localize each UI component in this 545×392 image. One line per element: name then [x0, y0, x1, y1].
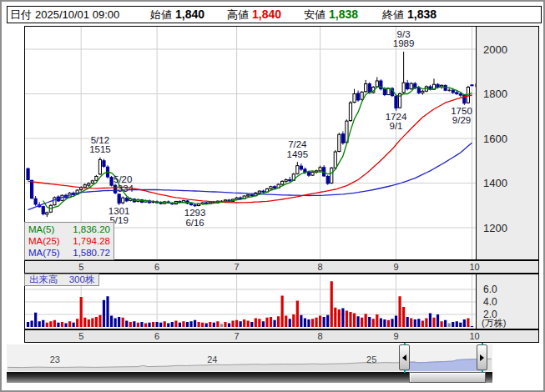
- volume-bar: [224, 322, 226, 327]
- volume-bar: [106, 296, 108, 327]
- ma25-legend-row: MA(25) 1,794.28: [25, 235, 114, 247]
- volume-bar: [216, 321, 219, 327]
- month-label: 7: [235, 262, 240, 272]
- volume-bar: [376, 314, 378, 327]
- volume-bar: [247, 321, 250, 328]
- ma75-legend-row: MA(75) 1,580.72: [25, 247, 114, 259]
- volume-bar: [61, 322, 63, 327]
- volume-bar: [334, 308, 336, 327]
- right-arrow-icon: [480, 354, 484, 361]
- volume-bar: [95, 317, 98, 327]
- volume-bar: [201, 323, 204, 327]
- volume-bar: [440, 321, 442, 327]
- volume-bar: [42, 320, 44, 327]
- volume-bar: [167, 324, 169, 328]
- volume-bar: [73, 323, 75, 327]
- volume-bar: [402, 307, 405, 327]
- year-label: 23: [50, 354, 60, 364]
- volume-bar: [114, 319, 117, 328]
- volume-bar: [448, 324, 451, 328]
- volume-bar: [118, 317, 120, 327]
- volume-bar: [365, 314, 367, 327]
- year-label: 24: [207, 354, 217, 364]
- scrollbar-thumb[interactable]: [409, 372, 487, 383]
- navigator-left-handle[interactable]: [399, 344, 410, 370]
- volume-bar: [356, 316, 359, 327]
- annotation-text: 1724: [386, 112, 407, 122]
- volume-bar: [456, 321, 458, 327]
- volume-bar: [262, 321, 265, 327]
- open-label: 始値: [150, 8, 172, 23]
- navigator-right-handle[interactable]: [477, 344, 487, 370]
- volume-bar: [421, 321, 424, 328]
- volume-bar: [467, 319, 469, 328]
- volume-bar: [27, 322, 29, 327]
- volume-bar: [258, 319, 260, 327]
- volume-bar: [395, 316, 397, 328]
- month-label: 9: [394, 331, 399, 341]
- volume-bar: [410, 319, 412, 328]
- volume-bar: [34, 313, 37, 327]
- month-label: 8: [318, 262, 323, 272]
- volume-bar: [198, 322, 200, 327]
- volume-bar: [353, 314, 356, 328]
- month-label: 7: [235, 331, 240, 341]
- volume-bar: [148, 323, 150, 327]
- volume-bar: [125, 321, 128, 328]
- price-axis-label: 1600: [483, 133, 507, 145]
- volume-legend-label: 出来高: [29, 274, 58, 284]
- volume-bar: [368, 317, 371, 327]
- volume-bar: [88, 319, 90, 327]
- volume-bar: [323, 317, 325, 327]
- annotation-text: 1750: [451, 106, 472, 116]
- volume-bar: [304, 319, 306, 328]
- navigator[interactable]: 232425: [7, 344, 492, 372]
- left-arrow-icon: [402, 354, 406, 361]
- volume-bar: [273, 320, 275, 327]
- date-label: 日付: [10, 8, 32, 23]
- annotation-text: 9/29: [452, 115, 471, 125]
- month-label: 5: [78, 262, 83, 272]
- volume-bar: [319, 316, 321, 328]
- high-value: 1,840: [252, 8, 281, 21]
- annotation-text: 9/1: [390, 121, 403, 131]
- month-label: 10: [469, 331, 479, 341]
- volume-bar: [444, 320, 447, 327]
- volume-bar: [68, 321, 71, 327]
- ma-legend: MA(5) 1,836.20 MA(25) 1,794.28 MA(75) 1,…: [24, 222, 114, 260]
- volume-axis-label: 6.0: [483, 284, 497, 295]
- annotation-text: 1334: [112, 183, 134, 193]
- month-label: 6: [154, 331, 159, 341]
- volume-bar: [398, 296, 401, 327]
- volume-bar: [156, 322, 159, 327]
- price-axis-label: 1200: [483, 222, 507, 234]
- volume-bar: [64, 324, 67, 328]
- volume-bar: [471, 326, 473, 327]
- month-label: 9: [394, 262, 399, 272]
- volume-bar: [83, 318, 86, 327]
- volume-bar: [235, 320, 238, 327]
- annotation-text: 1301: [108, 206, 130, 216]
- date-value: 2025/10/01 09:00: [35, 8, 119, 21]
- volume-bar: [129, 322, 132, 327]
- volume-bar: [391, 319, 393, 327]
- ma25-value: 1,794.28: [73, 235, 110, 247]
- low-label: 安値: [304, 8, 325, 23]
- volume-bar: [243, 319, 245, 327]
- year-label: 25: [366, 354, 376, 364]
- month-axis-top: 5678910: [24, 260, 539, 274]
- volume-bar: [459, 323, 462, 327]
- volume-bar: [346, 311, 348, 328]
- horizontal-scrollbar[interactable]: [7, 372, 492, 383]
- annotation-text: 1293: [184, 208, 206, 218]
- volume-bar: [76, 319, 78, 327]
- volume-bar: [255, 319, 257, 328]
- open-value: 1,840: [175, 8, 204, 21]
- volume-bar: [372, 319, 375, 327]
- volume-bar: [171, 322, 174, 327]
- volume-bar: [300, 315, 302, 327]
- volume-bar: [380, 319, 382, 328]
- volume-axis-label: 4.0: [483, 296, 497, 308]
- volume-bar: [452, 322, 454, 327]
- volume-bar: [38, 321, 41, 327]
